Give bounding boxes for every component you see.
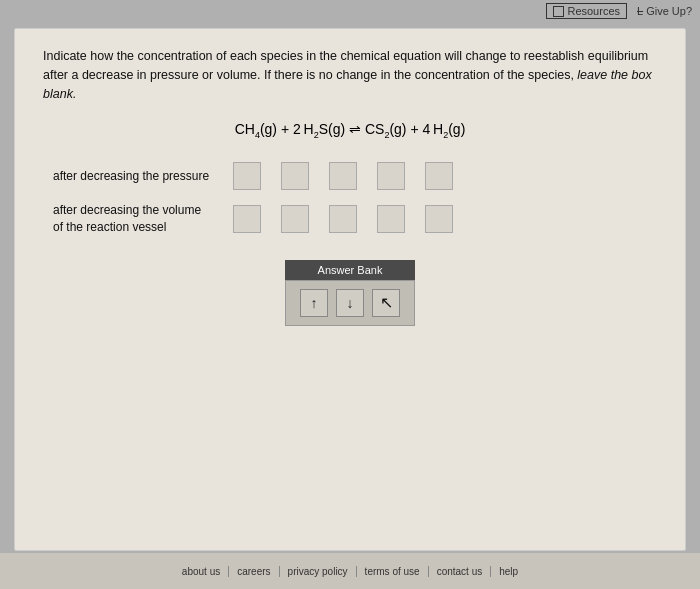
row-volume-label-line2: of the reaction vessel [53, 220, 166, 234]
row-volume-label: after decreasing the volume of the react… [53, 202, 213, 236]
resources-button[interactable]: Resources [546, 3, 627, 19]
instructions: Indicate how the concentration of each s… [43, 47, 657, 103]
pressure-box-3[interactable] [329, 162, 357, 190]
volume-box-2[interactable] [281, 205, 309, 233]
footer-careers[interactable]: careers [229, 566, 279, 577]
pressure-box-4[interactable] [377, 162, 405, 190]
token-down[interactable]: ↓ [336, 289, 364, 317]
volume-box-4[interactable] [377, 205, 405, 233]
instructions-italic: leave the box blank. [43, 68, 652, 101]
chemical-equation: CH4(g) + 2 H2S(g) ⇌ CS2(g) + 4 H2(g) [235, 121, 466, 140]
main-card: Indicate how the concentration of each s… [14, 28, 686, 551]
row-pressure-label: after decreasing the pressure [53, 168, 213, 185]
grid-area: after decreasing the pressure after decr… [53, 162, 657, 236]
answer-bank-header: Answer Bank [285, 260, 415, 280]
volume-box-3[interactable] [329, 205, 357, 233]
footer-help[interactable]: help [491, 566, 526, 577]
pressure-box-2[interactable] [281, 162, 309, 190]
resources-checkbox-icon [553, 6, 564, 17]
token-up[interactable]: ↑ [300, 289, 328, 317]
row-pressure: after decreasing the pressure [53, 162, 657, 190]
footer-about[interactable]: about us [174, 566, 229, 577]
give-up-button[interactable]: L Give Up? [637, 5, 692, 17]
give-up-label: L [637, 5, 643, 17]
instructions-text: Indicate how the concentration of each s… [43, 49, 652, 101]
pressure-box-5[interactable] [425, 162, 453, 190]
row-volume: after decreasing the volume of the react… [53, 202, 657, 236]
row-pressure-boxes [233, 162, 453, 190]
answer-bank-container: Answer Bank ↑ ↓ ↖ [43, 260, 657, 326]
resources-label: Resources [567, 5, 620, 17]
footer-contact[interactable]: contact us [429, 566, 492, 577]
give-up-text: Give Up? [646, 5, 692, 17]
equation-container: CH4(g) + 2 H2S(g) ⇌ CS2(g) + 4 H2(g) [43, 121, 657, 140]
row-volume-boxes [233, 205, 453, 233]
token-cursor[interactable]: ↖ [372, 289, 400, 317]
volume-box-5[interactable] [425, 205, 453, 233]
volume-box-1[interactable] [233, 205, 261, 233]
pressure-box-1[interactable] [233, 162, 261, 190]
footer: about us careers privacy policy terms of… [0, 553, 700, 589]
top-bar: Resources L Give Up? [0, 0, 700, 22]
footer-privacy[interactable]: privacy policy [280, 566, 357, 577]
footer-terms[interactable]: terms of use [357, 566, 429, 577]
answer-bank-body: ↑ ↓ ↖ [285, 280, 415, 326]
row-volume-label-line1: after decreasing the volume [53, 203, 201, 217]
